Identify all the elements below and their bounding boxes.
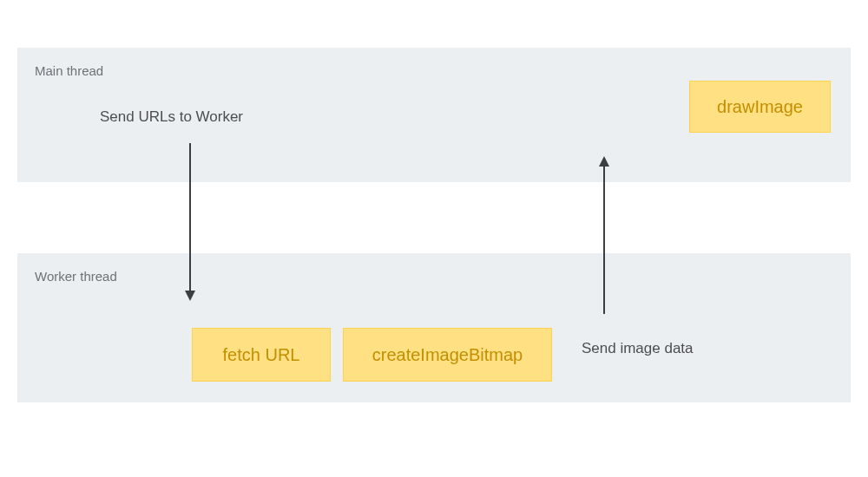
box-drawimage-label: drawImage bbox=[717, 97, 803, 117]
main-thread-label: Main thread bbox=[35, 63, 103, 78]
box-create-image-bitmap-label: createImageBitmap bbox=[372, 345, 523, 365]
arrow-down-line bbox=[189, 143, 191, 292]
arrow-up-line bbox=[603, 165, 605, 314]
box-drawimage: drawImage bbox=[689, 81, 831, 133]
box-fetch-url-label: fetch URL bbox=[223, 345, 300, 365]
box-create-image-bitmap: createImageBitmap bbox=[343, 328, 552, 382]
label-send-urls: Send URLs to Worker bbox=[100, 108, 243, 126]
arrow-up-icon bbox=[599, 156, 609, 167]
label-send-image: Send image data bbox=[582, 340, 694, 357]
worker-thread-label: Worker thread bbox=[35, 269, 117, 284]
box-fetch-url: fetch URL bbox=[192, 328, 331, 382]
arrow-down-icon bbox=[185, 291, 195, 301]
